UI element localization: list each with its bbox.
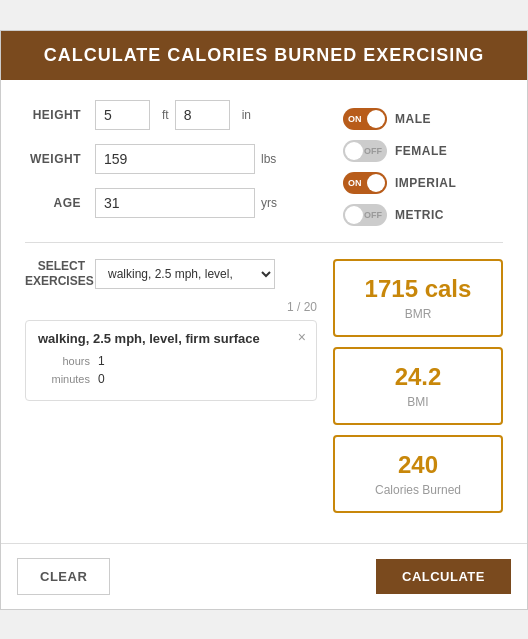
exercise-minutes-row: minutes 0 (38, 372, 304, 386)
inputs-and-toggles: HEIGHT ft in WEIGHT lbs AGE (25, 100, 503, 232)
calculator-body: HEIGHT ft in WEIGHT lbs AGE (1, 80, 527, 533)
age-input[interactable] (95, 188, 255, 218)
height-in-unit: in (242, 108, 251, 122)
male-toggle-row: ON MALE (343, 108, 503, 130)
metric-label: METRIC (395, 208, 444, 222)
imperial-toggle-on-text: ON (348, 178, 362, 188)
right-toggles: ON MALE OFF FEMALE ON (343, 100, 503, 226)
bmr-result-box: 1715 cals BMR (333, 259, 503, 337)
exercise-minutes-value: 0 (98, 372, 105, 386)
metric-toggle-knob (345, 206, 363, 224)
calculator-container: CALCULATE CALORIES BURNED EXERCISING HEI… (0, 30, 528, 610)
exercise-item-close[interactable]: × (298, 329, 306, 345)
female-toggle-off-text: OFF (364, 146, 382, 156)
exercise-hours-row: hours 1 (38, 354, 304, 368)
height-in-input[interactable] (175, 100, 230, 130)
weight-label: WEIGHT (25, 152, 95, 166)
imperial-toggle[interactable]: ON (343, 172, 387, 194)
clear-button[interactable]: CLEAR (17, 558, 110, 595)
male-toggle-knob (367, 110, 385, 128)
exercise-section: SELECTEXERCISES walking, 2.5 mph, level,… (25, 259, 503, 513)
height-ft-input[interactable] (95, 100, 150, 130)
bmi-label: BMI (345, 395, 491, 409)
calories-label: Calories Burned (345, 483, 491, 497)
calories-result-box: 240 Calories Burned (333, 435, 503, 513)
exercise-item-title: walking, 2.5 mph, level, firm surface (38, 331, 304, 346)
male-toggle[interactable]: ON (343, 108, 387, 130)
results-section: 1715 cals BMR 24.2 BMI 240 Calories Burn… (333, 259, 503, 513)
weight-unit: lbs (261, 152, 276, 166)
age-label: AGE (25, 196, 95, 210)
height-ft-unit: ft (162, 108, 169, 122)
footer: CLEAR CALCULATE (1, 543, 527, 609)
page-title: CALCULATE CALORIES BURNED EXERCISING (1, 31, 527, 80)
female-toggle-knob (345, 142, 363, 160)
calories-value: 240 (345, 451, 491, 479)
exercise-select[interactable]: walking, 2.5 mph, level, (95, 259, 275, 289)
imperial-toggle-row: ON IMPERIAL (343, 172, 503, 194)
weight-input[interactable] (95, 144, 255, 174)
imperial-label: IMPERIAL (395, 176, 456, 190)
bmi-result-box: 24.2 BMI (333, 347, 503, 425)
exercise-left: SELECTEXERCISES walking, 2.5 mph, level,… (25, 259, 317, 401)
age-unit: yrs (261, 196, 277, 210)
exercise-count: 1 / 20 (25, 300, 317, 314)
imperial-toggle-knob (367, 174, 385, 192)
female-toggle-row: OFF FEMALE (343, 140, 503, 162)
height-row: HEIGHT ft in (25, 100, 343, 130)
male-toggle-on-text: ON (348, 114, 362, 124)
exercise-select-row: SELECTEXERCISES walking, 2.5 mph, level, (25, 259, 317, 290)
weight-row: WEIGHT lbs (25, 144, 343, 174)
exercise-hours-label: hours (38, 355, 98, 367)
height-inputs: ft in (95, 100, 251, 130)
calculate-button[interactable]: CALCULATE (376, 559, 511, 594)
female-label: FEMALE (395, 144, 447, 158)
left-inputs: HEIGHT ft in WEIGHT lbs AGE (25, 100, 343, 232)
exercise-minutes-label: minutes (38, 373, 98, 385)
divider (25, 242, 503, 243)
age-row: AGE yrs (25, 188, 343, 218)
select-exercises-label: SELECTEXERCISES (25, 259, 95, 290)
metric-toggle-off-text: OFF (364, 210, 382, 220)
metric-toggle[interactable]: OFF (343, 204, 387, 226)
exercise-hours-value: 1 (98, 354, 105, 368)
bmr-value: 1715 cals (345, 275, 491, 303)
metric-toggle-row: OFF METRIC (343, 204, 503, 226)
bmr-label: BMR (345, 307, 491, 321)
height-label: HEIGHT (25, 108, 95, 122)
female-toggle[interactable]: OFF (343, 140, 387, 162)
bmi-value: 24.2 (345, 363, 491, 391)
exercise-item: × walking, 2.5 mph, level, firm surface … (25, 320, 317, 401)
male-label: MALE (395, 112, 431, 126)
